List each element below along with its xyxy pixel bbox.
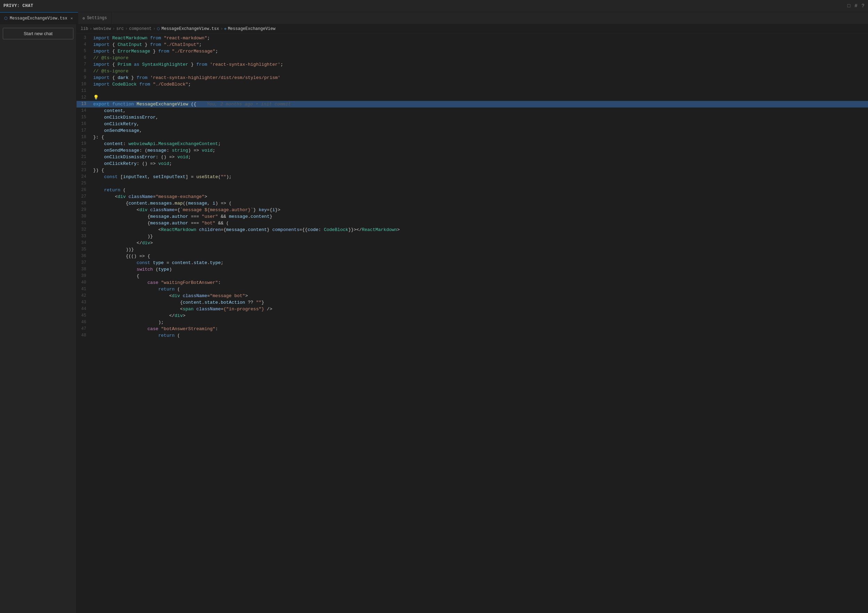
breadcrumb-webview: webview [93,26,111,31]
line-40: 40 case "waitingForBotAnswer": [76,279,868,286]
line-26: 26 return ( [76,187,868,194]
line-47: 47 case "botAnswerStreaming": [76,326,868,332]
line-34: 34 </div> [76,240,868,246]
line-31: 31 {message.author === "bot" && ( [76,220,868,227]
breadcrumb-src: src [116,26,124,31]
settings-icon: ⚙ [82,16,85,20]
line-17: 17 onSendMessage, [76,127,868,134]
line-44: 44 <span className={"in-progress"} /> [76,306,868,312]
main-layout: Start new chat lib › webview › src › com… [0,24,868,613]
line-21: 21 onClickDismissError: () => void; [76,154,868,160]
line-9: 9 import { dark } from 'react-syntax-hig… [76,74,868,81]
grid-icon[interactable]: # [854,3,857,9]
line-22: 22 onClickRetry: () => void; [76,160,868,167]
line-11: 11 [76,88,868,94]
line-14: 14 content, [76,107,868,114]
breadcrumb-lib: lib [81,26,88,31]
tab-label: MessageExchangeView.tsx [10,16,67,21]
line-37: 37 const type = content.state.type; [76,259,868,266]
line-27: 27 <div className="message-exchange"> [76,194,868,200]
line-20: 20 onSendMessage: (message: string) => v… [76,147,868,154]
line-12: 12 💡 [76,94,868,101]
line-46: 46 ); [76,319,868,326]
code-editor[interactable]: 3 import ReactMarkdown from "react-markd… [76,33,868,613]
editor-area: lib › webview › src › component › ⬡ Mess… [76,24,868,613]
line-18: 18 }: { [76,134,868,141]
line-5: 5 import { ErrorMessage } from "./ErrorM… [76,48,868,54]
breadcrumb-component: component [129,26,152,31]
title-bar-icons: □ # ? [848,3,865,9]
line-28: 28 {content.messages.map((message, i) =>… [76,200,868,206]
line-6: 6 // @ts-ignore [76,54,868,61]
tsx-icon: ⬡ [4,16,8,20]
line-39: 39 { [76,273,868,279]
chat-icon[interactable]: □ [848,3,850,9]
line-16: 16 onClickRetry, [76,121,868,127]
line-29: 29 <div className={`message ${message.au… [76,206,868,213]
line-19: 19 content: webviewApi.MessageExchangeCo… [76,141,868,147]
tab-settings-label: Settings [87,16,107,20]
line-23: 23 }) { [76,167,868,174]
breadcrumb-symbol-icon: ⊕ [224,27,226,31]
new-chat-button[interactable]: Start new chat [3,28,73,39]
line-33: 33 )} [76,233,868,240]
breadcrumb-file-icon: ⬡ [157,27,160,31]
line-32: 32 <ReactMarkdown children={message.cont… [76,227,868,233]
line-25: 25 [76,180,868,187]
line-38: 38 switch (type) [76,266,868,273]
breadcrumb-file: MessageExchangeView.tsx [161,26,219,31]
line-3: 3 import ReactMarkdown from "react-markd… [76,35,868,41]
line-36: 36 {(() => { [76,253,868,259]
tab-bar: ⬡ MessageExchangeView.tsx ✕ ⚙ Settings [0,12,868,24]
line-24: 24 const [inputText, setInputText] = use… [76,174,868,180]
tab-settings[interactable]: ⚙ Settings [78,12,111,24]
title-bar: PRIVY: CHAT □ # ? [0,0,868,12]
line-13: 13 export function MessageExchangeView (… [76,101,868,107]
help-icon[interactable]: ? [862,3,865,9]
line-35: 35 ))} [76,246,868,253]
tab-close-button[interactable]: ✕ [70,15,74,21]
line-7: 7 import { Prism as SyntaxHighlighter } … [76,61,868,68]
line-48: 48 return ( [76,332,868,339]
line-41: 41 return ( [76,286,868,293]
sidebar: Start new chat [0,24,76,613]
line-15: 15 onClickDismissError, [76,114,868,121]
breadcrumb: lib › webview › src › component › ⬡ Mess… [76,24,868,33]
breadcrumb-symbol: MessageExchangeView [228,26,276,31]
app-title: PRIVY: CHAT [3,3,33,8]
line-8: 8 // @ts-ignore [76,68,868,74]
line-42: 42 <div className="message bot"> [76,293,868,299]
line-30: 30 {message.author === "user" && message… [76,213,868,220]
line-10: 10 import CodeBlock from "./CodeBlock"; [76,81,868,88]
tab-message-exchange[interactable]: ⬡ MessageExchangeView.tsx ✕ [0,12,78,24]
line-4: 4 import { ChatInput } from "./ChatInput… [76,41,868,48]
line-43: 43 {content.state.botAction ?? ""} [76,299,868,306]
line-45: 45 </div> [76,312,868,319]
